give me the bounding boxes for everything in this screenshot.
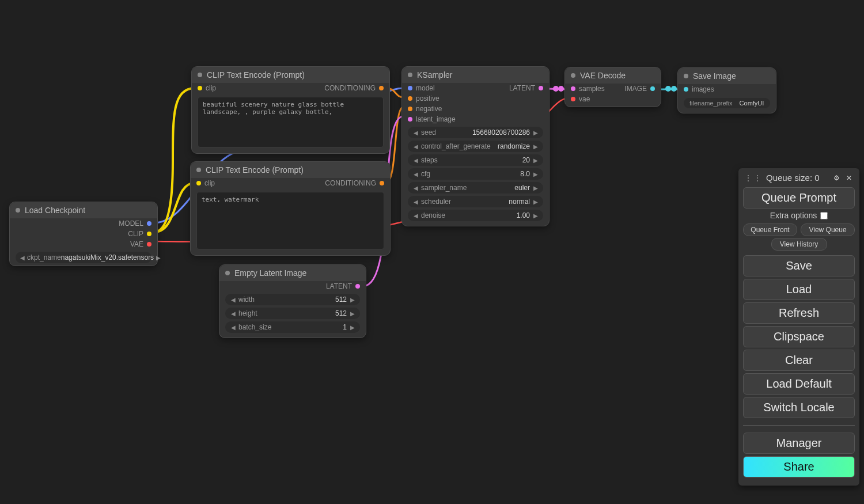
node-title-bar[interactable]: CLIP Text Encode (Prompt): [192, 67, 389, 83]
widget-sampler-name[interactable]: ◀sampler_nameeuler▶: [408, 182, 543, 194]
prompt-textarea[interactable]: beautiful scenery nature glass bottle la…: [198, 97, 384, 147]
port-input-samples[interactable]: [571, 86, 575, 91]
arrow-right-icon[interactable]: ▶: [532, 171, 539, 177]
node-clip-positive[interactable]: CLIP Text Encode (Prompt) clip CONDITION…: [191, 66, 390, 154]
widget-seed[interactable]: ◀seed156680208700286▶: [408, 127, 543, 138]
queue-front-button[interactable]: Queue Front: [743, 223, 797, 236]
load-default-button[interactable]: Load Default: [743, 373, 855, 395]
arrow-right-icon[interactable]: ▶: [532, 199, 539, 205]
widget-cfg[interactable]: ◀cfg8.0▶: [408, 168, 543, 180]
node-title-bar[interactable]: Save Image: [678, 68, 776, 84]
arrow-right-icon[interactable]: ▶: [532, 130, 539, 136]
arrow-left-icon[interactable]: ◀: [412, 143, 419, 150]
port-output-model[interactable]: [147, 221, 151, 226]
port-input-negative[interactable]: [408, 107, 412, 111]
port-output-clip[interactable]: [147, 232, 151, 236]
save-button[interactable]: Save: [743, 255, 855, 276]
refresh-button[interactable]: Refresh: [743, 302, 855, 324]
port-output-latent[interactable]: [355, 284, 360, 289]
node-title: Load Checkpoint: [25, 206, 85, 215]
port-input-vae[interactable]: [571, 97, 575, 101]
arrow-right-icon[interactable]: ▶: [349, 297, 355, 303]
arrow-left-icon[interactable]: ◀: [412, 171, 419, 177]
port-input-clip[interactable]: [198, 86, 202, 90]
arrow-left-icon[interactable]: ◀: [412, 157, 419, 164]
port-output-latent[interactable]: [539, 86, 543, 90]
node-title-bar[interactable]: Load Checkpoint: [10, 202, 157, 218]
view-queue-button[interactable]: View Queue: [801, 223, 855, 236]
node-title-bar[interactable]: KSampler: [402, 67, 549, 83]
widget-steps[interactable]: ◀steps20▶: [408, 154, 543, 166]
widget-ckpt-name[interactable]: ◀ ckpt_name nagatsukiMix_v20.safetensors…: [16, 252, 151, 263]
collapse-dot-icon[interactable]: [225, 271, 230, 275]
port-output-vae[interactable]: [147, 242, 151, 247]
port-label: positive: [416, 94, 439, 103]
arrow-right-icon[interactable]: ▶: [156, 255, 161, 261]
collapse-dot-icon[interactable]: [571, 73, 575, 78]
widget-denoise[interactable]: ◀denoise1.00▶: [408, 210, 543, 221]
clear-button[interactable]: Clear: [743, 350, 855, 371]
queue-prompt-button[interactable]: Queue Prompt: [743, 187, 855, 209]
arrow-left-icon[interactable]: ◀: [412, 213, 419, 219]
arrow-right-icon[interactable]: ▶: [532, 157, 539, 164]
widget-scheduler[interactable]: ◀schedulernormal▶: [408, 196, 543, 207]
widget-filename-prefix[interactable]: filename_prefix ComfyUI: [684, 98, 770, 108]
switch-locale-button[interactable]: Switch Locale: [743, 397, 855, 418]
widget-height[interactable]: ◀height512▶: [225, 308, 360, 319]
port-label: model: [416, 84, 435, 92]
arrow-left-icon[interactable]: ◀: [412, 185, 419, 191]
drag-handle-icon[interactable]: ⋮⋮: [744, 173, 763, 183]
arrow-left-icon[interactable]: ◀: [230, 297, 236, 303]
arrow-left-icon[interactable]: ◀: [20, 255, 25, 261]
node-load-checkpoint[interactable]: Load Checkpoint MODEL CLIP VAE ◀ ckpt_na…: [9, 202, 158, 266]
collapse-dot-icon[interactable]: [684, 74, 688, 78]
port-input-positive[interactable]: [408, 96, 412, 101]
arrow-left-icon[interactable]: ◀: [412, 130, 419, 136]
node-save-image[interactable]: Save Image images filename_prefix ComfyU…: [677, 67, 776, 113]
widget-control-after-generate[interactable]: ◀control_after_generaterandomize▶: [408, 141, 543, 152]
extra-options-checkbox[interactable]: [820, 212, 828, 219]
collapse-dot-icon[interactable]: [198, 73, 202, 77]
node-title-bar[interactable]: VAE Decode: [565, 67, 661, 84]
port-label: VAE: [130, 240, 143, 248]
arrow-right-icon[interactable]: ▶: [349, 310, 355, 317]
clipspace-button[interactable]: Clipspace: [743, 326, 855, 347]
node-title: Empty Latent Image: [234, 268, 306, 278]
collapse-dot-icon[interactable]: [408, 73, 412, 77]
port-label: images: [692, 85, 714, 93]
port-output-conditioning[interactable]: [380, 181, 384, 185]
prompt-textarea[interactable]: text, watermark: [196, 192, 384, 249]
port-output-image[interactable]: [650, 86, 655, 91]
widget-batch-size[interactable]: ◀batch_size1▶: [225, 321, 360, 333]
manager-button[interactable]: Manager: [743, 433, 855, 454]
close-icon[interactable]: ✕: [844, 173, 854, 183]
load-button[interactable]: Load: [743, 279, 855, 300]
node-empty-latent[interactable]: Empty Latent Image LATENT ◀width512▶◀hei…: [219, 264, 366, 338]
share-button[interactable]: Share: [743, 456, 855, 478]
port-label: vae: [579, 95, 590, 103]
arrow-left-icon[interactable]: ◀: [230, 324, 236, 331]
collapse-dot-icon[interactable]: [16, 208, 20, 213]
arrow-left-icon[interactable]: ◀: [230, 310, 236, 317]
widget-width[interactable]: ◀width512▶: [225, 294, 360, 305]
arrow-left-icon[interactable]: ◀: [412, 199, 419, 205]
view-history-button[interactable]: View History: [771, 238, 827, 251]
node-title-bar[interactable]: CLIP Text Encode (Prompt): [191, 162, 390, 178]
control-panel[interactable]: ⋮⋮ Queue size: 0 ⚙ ✕ Queue Prompt Extra …: [738, 168, 859, 486]
collapse-dot-icon[interactable]: [196, 168, 201, 172]
node-ksampler[interactable]: KSampler model LATENT positive negative …: [401, 66, 550, 226]
port-input-images[interactable]: [684, 87, 688, 92]
port-label: CONDITIONING: [325, 179, 376, 187]
gear-icon[interactable]: ⚙: [832, 173, 841, 183]
port-input-model[interactable]: [408, 86, 412, 90]
arrow-right-icon[interactable]: ▶: [532, 213, 539, 219]
node-title-bar[interactable]: Empty Latent Image: [219, 265, 366, 281]
arrow-right-icon[interactable]: ▶: [532, 143, 539, 150]
port-input-clip[interactable]: [196, 181, 201, 185]
node-vae-decode[interactable]: VAE Decode samples IMAGE vae: [564, 67, 661, 107]
port-output-conditioning[interactable]: [379, 86, 384, 90]
port-input-latent-image[interactable]: [408, 117, 412, 122]
node-clip-negative[interactable]: CLIP Text Encode (Prompt) clip CONDITION…: [190, 161, 391, 256]
arrow-right-icon[interactable]: ▶: [532, 185, 539, 191]
arrow-right-icon[interactable]: ▶: [349, 324, 355, 331]
